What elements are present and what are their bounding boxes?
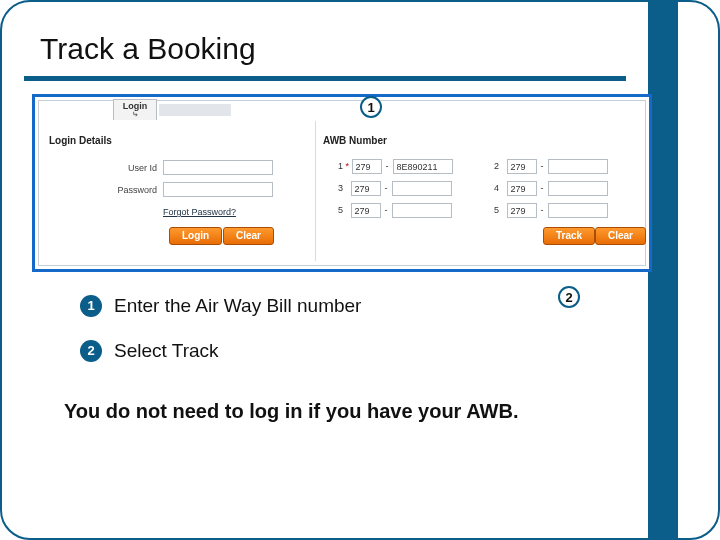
awb-heading: AWB Number	[323, 135, 387, 146]
note-text: You do not need to log in if you have yo…	[64, 400, 518, 423]
password-label: Password	[87, 185, 157, 195]
awb-prefix-input[interactable]: 279	[507, 203, 537, 218]
password-input[interactable]	[163, 182, 273, 197]
awb-prefix-input[interactable]: 279	[351, 181, 381, 196]
awb-index: 4	[491, 183, 499, 193]
awb-serial-input[interactable]: 8E890211	[393, 159, 453, 174]
step-1-text: Enter the Air Way Bill number	[114, 295, 361, 317]
awb-serial-input[interactable]	[548, 159, 608, 174]
dash: -	[539, 205, 545, 215]
page-title: Track a Booking	[40, 32, 256, 66]
tracking-panel: Login ⤷ Login Details AWB Number User Id…	[32, 94, 652, 272]
awb-serial-input[interactable]	[392, 203, 452, 218]
awb-index: 3	[335, 183, 343, 193]
awb-index: 1	[335, 161, 343, 171]
awb-serial-input[interactable]	[392, 181, 452, 196]
forgot-password-link[interactable]: Forgot Password?	[163, 207, 236, 217]
required-star: *	[346, 161, 350, 171]
dash: -	[539, 183, 545, 193]
step-2-text: Select Track	[114, 340, 219, 362]
awb-serial-input[interactable]	[548, 203, 608, 218]
awb-serial-input[interactable]	[548, 181, 608, 196]
awb-index: 2	[491, 161, 499, 171]
userid-label: User Id	[87, 163, 157, 173]
tracking-panel-inner: Login ⤷ Login Details AWB Number User Id…	[38, 100, 646, 266]
login-details-heading: Login Details	[49, 135, 112, 146]
awb-prefix-input[interactable]: 279	[352, 159, 382, 174]
login-button[interactable]: Login	[169, 227, 222, 245]
clear-awb-button[interactable]: Clear	[595, 227, 646, 245]
slide: Track a Booking Login ⤷ Login Details AW…	[0, 0, 720, 540]
tab-shadow	[159, 104, 231, 116]
awb-row-4: 4 279 -	[491, 181, 608, 196]
title-underline	[24, 76, 626, 81]
dash: -	[539, 161, 545, 171]
awb-row-1: 1 * 279 - 8E890211	[335, 159, 453, 174]
step-bullet-2: 2	[80, 340, 102, 362]
awb-prefix-input[interactable]: 279	[507, 159, 537, 174]
callout-2: 2	[558, 286, 580, 308]
awb-index: 5	[491, 205, 499, 215]
clear-login-button[interactable]: Clear	[223, 227, 274, 245]
side-stripe	[652, 2, 678, 538]
vertical-divider	[315, 121, 316, 261]
dash: -	[383, 183, 389, 193]
step-bullet-1: 1	[80, 295, 102, 317]
awb-row-2: 2 279 -	[491, 159, 608, 174]
login-tab-icon: ⤷	[114, 111, 156, 119]
awb-prefix-input[interactable]: 279	[351, 203, 381, 218]
awb-prefix-input[interactable]: 279	[507, 181, 537, 196]
awb-row-5: 5 279 -	[335, 203, 452, 218]
callout-1: 1	[360, 96, 382, 118]
awb-row-6: 5 279 -	[491, 203, 608, 218]
dash: -	[383, 205, 389, 215]
userid-input[interactable]	[163, 160, 273, 175]
dash: -	[384, 161, 390, 171]
track-button[interactable]: Track	[543, 227, 595, 245]
login-tab[interactable]: Login ⤷	[113, 99, 157, 120]
awb-index: 5	[335, 205, 343, 215]
awb-row-3: 3 279 -	[335, 181, 452, 196]
